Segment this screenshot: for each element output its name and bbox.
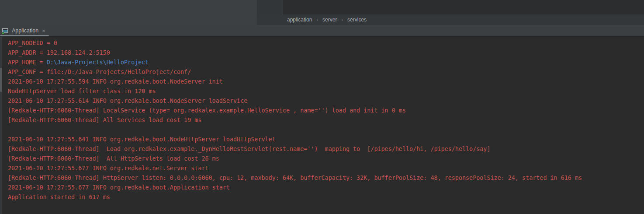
console-line: [Redkale-HTTP:6060-Thread] All Services … bbox=[8, 116, 644, 125]
console-line: 2021-06-10 17:27:55.594 INFO org.redkale… bbox=[8, 77, 644, 87]
stripe-handle[interactable] bbox=[0, 68, 2, 92]
close-icon[interactable]: × bbox=[42, 28, 45, 34]
breadcrumb-item-services[interactable]: services bbox=[347, 17, 367, 23]
tab-application-label: Application bbox=[12, 28, 38, 34]
console-line: APP_NODEID = 0 bbox=[8, 39, 644, 48]
console-output[interactable]: APP_NODEID = 0APP_ADDR = 192.168.124.2:5… bbox=[0, 37, 644, 214]
console-line: 2021-06-10 17:27:55.641 INFO org.redkale… bbox=[8, 135, 644, 144]
active-tab-underline bbox=[0, 35, 49, 36]
console-line: NodeHttpServer load filter class in 120 … bbox=[8, 87, 644, 96]
breadcrumb-item-application[interactable]: application bbox=[287, 17, 312, 23]
console-line: APP_HOME = D:\Java-Projects\HelloProject bbox=[8, 58, 644, 67]
running-indicator-dot bbox=[2, 32, 4, 35]
editor-pane-right[interactable] bbox=[257, 0, 644, 14]
editor-pane-left[interactable] bbox=[0, 0, 257, 25]
editor-split-divider[interactable] bbox=[283, 0, 283, 14]
breadcrumb-item-server[interactable]: server bbox=[322, 17, 337, 23]
console-line-text: APP_HOME = bbox=[8, 59, 47, 66]
console-tab-bar: Application × bbox=[0, 25, 644, 37]
tab-application[interactable]: Application × bbox=[0, 25, 49, 36]
console-running-icon bbox=[2, 28, 9, 34]
breadcrumb: application › server › services bbox=[257, 14, 644, 25]
chevron-right-icon: › bbox=[341, 17, 343, 22]
chevron-right-icon: › bbox=[316, 17, 318, 22]
console-line: APP_CONF = file:/D:/Java-Projects/HelloP… bbox=[8, 67, 644, 77]
console-line: 2021-06-10 17:27:55.677 INFO org.redkale… bbox=[8, 183, 644, 193]
console-line: 2021-06-10 17:27:55.614 INFO org.redkale… bbox=[8, 96, 644, 106]
console-line: [Redkale-HTTP:6060-Thread] Load org.redk… bbox=[8, 144, 644, 154]
console-line: [Redkale-HTTP:6060-Thread] All HttpServl… bbox=[8, 154, 644, 164]
console-line: [Redkale-HTTP:6060-Thread] HttpServer li… bbox=[8, 173, 644, 183]
toolwindow-left-stripe bbox=[0, 37, 2, 214]
run-tool-window: application › server › services Applicat… bbox=[0, 0, 644, 214]
file-link[interactable]: D:\Java-Projects\HelloProject bbox=[47, 59, 149, 66]
console-line: 2021-06-10 17:27:55.677 INFO org.redkale… bbox=[8, 164, 644, 173]
console-line: [Redkale-HTTP:6060-Thread] LocalService … bbox=[8, 106, 644, 116]
console-line: APP_ADDR = 192.168.124.2:5150 bbox=[8, 48, 644, 58]
editor-pane-divider-block bbox=[257, 0, 283, 14]
console-line bbox=[8, 125, 644, 135]
console-line: Application started in 617 ms bbox=[8, 193, 644, 202]
